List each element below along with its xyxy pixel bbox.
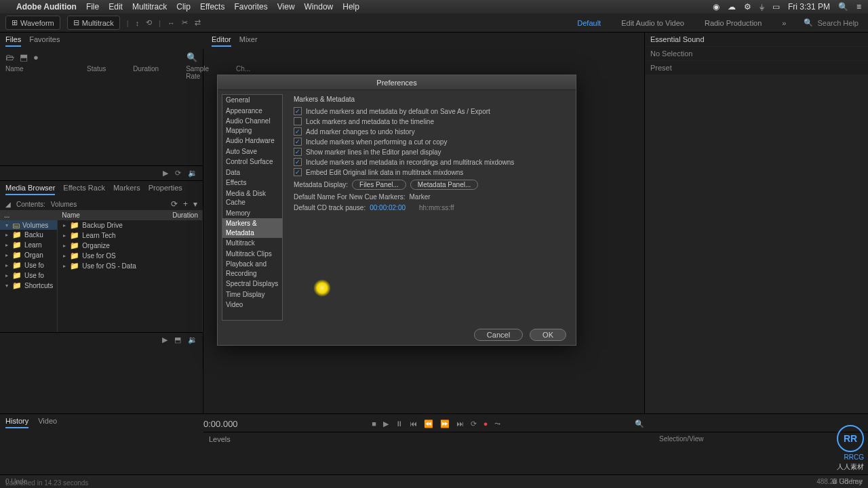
tab-effects-rack[interactable]: Effects Rack (63, 184, 105, 195)
checkbox-row[interactable]: Include markers and metadata in recordin… (294, 158, 569, 166)
checkbox-row[interactable]: Include markers and metadata by default … (294, 107, 569, 115)
play-button[interactable]: ▶ (383, 420, 389, 428)
refresh-icon[interactable]: ⟳ (171, 199, 178, 209)
app-name[interactable]: Adobe Audition (16, 2, 77, 12)
filter-icon[interactable]: ▾ (193, 199, 197, 209)
search-help[interactable]: 🔍 Search Help (800, 18, 863, 27)
record-icon[interactable]: ● (33, 52, 39, 62)
prefs-category[interactable]: Auto Save (222, 146, 282, 157)
selection-view-label[interactable]: Selection/View (659, 435, 703, 443)
checkbox[interactable] (294, 127, 302, 136)
end-button[interactable]: ⏭ (456, 420, 464, 428)
clock[interactable]: Fri 3:31 PM (788, 2, 830, 12)
checkbox[interactable] (294, 158, 302, 166)
menu-multitrack[interactable]: Multitrack (132, 2, 167, 12)
list-item[interactable]: ▸📁Use fo (0, 270, 57, 281)
cancel-button[interactable]: Cancel (474, 329, 523, 341)
list-item[interactable]: ▸📁Use for OS - Data (58, 261, 202, 271)
tab-media-browser[interactable]: Media Browser (5, 184, 55, 195)
prefs-category[interactable]: Appearance (222, 106, 282, 117)
checkbox-row[interactable]: Add marker changes to undo history (294, 127, 569, 136)
menu-view[interactable]: View (277, 2, 295, 12)
add-icon[interactable]: + (183, 199, 188, 209)
time-display[interactable]: 0:00.000 (203, 419, 238, 429)
ff-button[interactable]: ⏪ (424, 420, 433, 428)
prefs-category[interactable]: Audio Channel Mapping (222, 116, 282, 136)
prefs-category[interactable]: Effects (222, 178, 282, 188)
search-icon[interactable]: 🔍 (186, 52, 197, 62)
metadata-panel-button[interactable]: Metadata Panel... (410, 180, 478, 190)
list-item[interactable]: ▸📁Organ (0, 250, 57, 260)
multitrack-mode-button[interactable]: ⊟Multitrack (67, 16, 120, 30)
stop-button[interactable]: ■ (372, 420, 376, 428)
list-item[interactable]: ▸📁Backup Drive (58, 220, 202, 230)
pause-button[interactable]: ⏸ (395, 420, 403, 428)
checkbox[interactable] (294, 148, 302, 156)
levels-label[interactable]: Levels (209, 435, 231, 443)
col-sample-rate[interactable]: Sample Rate (186, 65, 209, 77)
workspace-more[interactable]: » (775, 17, 793, 29)
col-right-duration[interactable]: Duration (172, 211, 198, 219)
play-icon[interactable]: ▶ (162, 336, 167, 344)
volumes-root[interactable]: ▾🖴Volumes (0, 220, 57, 230)
workspace-edit-audio[interactable]: Edit Audio to Video (614, 17, 691, 29)
col-right-name[interactable]: Name (62, 211, 80, 219)
tool-razor-icon[interactable]: ✂ (182, 18, 188, 27)
spotlight-icon[interactable]: 🔍 (838, 2, 848, 12)
workspace-default[interactable]: Default (570, 17, 608, 29)
prefs-category[interactable]: Time Display (222, 289, 282, 300)
autoplay-icon[interactable]: 🔉 (188, 169, 197, 178)
menu-effects[interactable]: Effects (200, 2, 224, 12)
tab-history[interactable]: History (5, 417, 28, 428)
checkbox-row[interactable]: Include markers when performing a cut or… (294, 138, 569, 146)
prefs-category[interactable]: Spectral Displays (222, 279, 282, 289)
shortcuts-row[interactable]: ▾📁Shortcuts (0, 281, 57, 291)
tab-properties[interactable]: Properties (149, 184, 182, 195)
cloud-icon[interactable]: ☁ (728, 2, 736, 12)
tab-video[interactable]: Video (38, 417, 57, 428)
checkbox-row[interactable]: Show marker lines in the Editor panel di… (294, 148, 569, 156)
open-file-icon[interactable]: 🗁 (5, 52, 14, 62)
list-item[interactable]: ▸📁Backu (0, 230, 57, 240)
ff2-button[interactable]: ⏩ (440, 420, 450, 428)
list-item[interactable]: ▸📁Learn (0, 240, 57, 250)
checkbox[interactable] (294, 168, 302, 176)
rewind-button[interactable]: ⏮ (410, 420, 417, 428)
prefs-category[interactable]: Markers & Metadata (222, 218, 282, 238)
prefs-category[interactable]: Audio Hardware (222, 136, 282, 146)
import-icon[interactable]: ⬒ (174, 336, 181, 344)
list-item[interactable]: ▸📁Learn Tech (58, 230, 202, 241)
col-duration[interactable]: Duration (133, 65, 159, 77)
tab-favorites[interactable]: Favorites (29, 35, 60, 47)
checkbox-row[interactable]: Embed Edit Original link data in multitr… (294, 168, 569, 176)
battery-icon[interactable]: ▭ (772, 2, 780, 12)
default-cue-name-value[interactable]: Marker (410, 193, 431, 201)
tool-icon[interactable]: ⟲ (146, 18, 152, 27)
checkbox[interactable] (294, 117, 302, 125)
skip-button[interactable]: ⤳ (494, 420, 500, 428)
menu-help[interactable]: Help (342, 2, 359, 12)
ok-button[interactable]: OK (530, 329, 566, 341)
menu-icon[interactable]: ≡ (856, 2, 861, 12)
panel-title[interactable]: Essential Sound (645, 33, 868, 46)
checkbox[interactable] (294, 107, 302, 115)
prefs-category[interactable]: Media & Disk Cache (222, 188, 282, 208)
tab-files[interactable]: Files (5, 35, 21, 47)
volume-icon[interactable]: 🔉 (188, 336, 197, 344)
files-panel-button[interactable]: Files Panel... (352, 180, 406, 190)
prefs-category[interactable]: Multitrack Clips (222, 249, 282, 260)
checkbox[interactable] (294, 138, 302, 146)
play-icon[interactable]: ▶ (163, 169, 168, 178)
col-status[interactable]: Status (87, 65, 106, 77)
wifi-icon[interactable]: ⏚ (760, 2, 764, 12)
menu-file[interactable]: File (86, 2, 99, 12)
checkbox-row[interactable]: Lock markers and metadata to the timelin… (294, 117, 569, 125)
waveform-mode-button[interactable]: ⊞Waveform (5, 16, 60, 30)
loop-button[interactable]: ⟳ (471, 420, 477, 428)
prefs-category[interactable]: Data (222, 167, 282, 178)
col-left-header[interactable]: ... (4, 211, 9, 219)
contents-value[interactable]: Volumes (51, 201, 77, 208)
menu-edit[interactable]: Edit (108, 2, 123, 12)
list-item[interactable]: ▸📁Use fo (0, 260, 57, 270)
menu-clip[interactable]: Clip (176, 2, 191, 12)
